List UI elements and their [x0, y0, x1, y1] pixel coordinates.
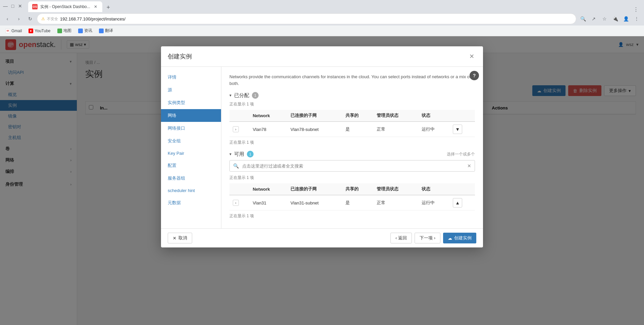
dialog-nav-config[interactable]: 配置: [161, 159, 221, 172]
dialog-nav-network[interactable]: 网络: [161, 109, 221, 122]
allocated-col-shared: 共享的: [342, 110, 373, 122]
dialog-nav-details[interactable]: 详情: [161, 71, 221, 84]
tab-close-button[interactable]: ✕: [93, 4, 98, 9]
news-label: 资讯: [84, 28, 92, 34]
nav-config-label: 配置: [168, 163, 176, 168]
bookmark-news[interactable]: 资讯: [75, 27, 95, 35]
back-label: ‹ 返回: [395, 235, 407, 241]
allocated-col-admin-state: 管理员状态: [373, 110, 418, 122]
dialog-nav-metadata[interactable]: 元数据: [161, 196, 221, 209]
dialog-nav-source[interactable]: 源: [161, 84, 221, 96]
search-clear-button[interactable]: ✕: [464, 163, 475, 169]
dialog-nav-flavor[interactable]: 实例类型: [161, 96, 221, 109]
vlan31-up-button[interactable]: ▲: [453, 198, 462, 207]
allocated-title: 已分配: [234, 92, 249, 99]
vlan78-expand-button[interactable]: ›: [233, 126, 239, 132]
allocated-row-vlan78: › Vlan78 Vlan78-subnet 是 正常 运行中 ▼: [229, 122, 475, 137]
allocated-network-table: Network 已连接的子网 共享的 管理员状态 状态 › V: [229, 110, 475, 137]
bookmark-button[interactable]: ☆: [600, 14, 609, 24]
nav-flavor-label: 实例类型: [168, 100, 185, 105]
vlan31-admin-state: 正常: [373, 195, 418, 211]
bookmark-gmail[interactable]: M Gmail: [3, 27, 24, 35]
vlan31-expand-button[interactable]: ›: [233, 200, 239, 206]
youtube-label: YouTube: [35, 29, 50, 33]
next-button[interactable]: 下一项 ›: [415, 233, 440, 243]
allocated-count: 1: [252, 92, 259, 99]
vlan78-admin-state: 正常: [373, 122, 418, 137]
extension-button[interactable]: 🔌: [610, 14, 620, 24]
description-text: Networks provide the communication chann…: [229, 74, 475, 87]
create-label: 创建实例: [454, 235, 472, 241]
tab-favicon: OS: [32, 4, 38, 9]
bookmark-youtube[interactable]: ▶ YouTube: [26, 27, 53, 35]
create-button[interactable]: ☁ 创建实例: [443, 233, 476, 243]
allocated-toggle-icon[interactable]: ▾: [229, 93, 231, 98]
back-button[interactable]: ‹ 返回: [390, 233, 412, 243]
browser-settings-button[interactable]: ⋮: [633, 7, 639, 12]
create-instance-dialog: 创建实例 ✕ 详情 源 实例类型 网络: [161, 46, 483, 247]
nav-network-ports-label: 网络接口: [168, 126, 185, 131]
vlan78-shared: 是: [342, 122, 373, 137]
available-row-vlan31: › Vlan31 Vlan31-subnet 是 正常 运行中 ▲: [229, 195, 475, 211]
dialog-main-content: ? Networks provide the communication cha…: [221, 67, 483, 228]
available-toggle-icon[interactable]: ▾: [229, 152, 231, 156]
dialog-footer: ✕ 取消 ‹ 返回 下一项 › ☁ 创建实例: [161, 228, 483, 247]
dialog-nav-network-ports[interactable]: 网络接口: [161, 122, 221, 135]
dialog-nav-scheduler[interactable]: scheduler hint: [161, 185, 221, 196]
news-favicon: [78, 29, 83, 33]
help-button[interactable]: ?: [470, 71, 479, 80]
available-showing-text-bottom: 正在显示 1 项: [229, 213, 475, 219]
address-bar[interactable]: ⚠ 不安全 192.168.77.100/project/instances/: [37, 13, 576, 24]
vlan78-subnet: Vlan78-subnet: [287, 122, 342, 137]
dialog-close-button[interactable]: ✕: [467, 52, 476, 61]
available-search-input[interactable]: [242, 164, 464, 169]
url-text: 192.168.77.100/project/instances/: [60, 16, 572, 21]
vlan31-status: 运行中: [418, 195, 449, 211]
available-showing-text: 正在显示 1 项: [229, 175, 475, 181]
allocated-col-expand: [229, 110, 249, 122]
tab-title: 实例 - OpenStack Dashbo...: [40, 4, 90, 10]
allocated-showing-text-bottom: 正在显示 1 项: [229, 140, 475, 145]
dialog-overlay: 创建实例 ✕ 详情 源 实例类型 网络: [0, 36, 644, 325]
allocated-col-status: 状态: [418, 110, 449, 122]
gmail-label: Gmail: [11, 29, 22, 33]
footer-right-buttons: ‹ 返回 下一项 › ☁ 创建实例: [390, 233, 476, 243]
bookmark-maps[interactable]: 地图: [55, 27, 74, 35]
available-col-subnet: 已连接的子网: [287, 183, 342, 195]
dialog-nav-servergroup[interactable]: 服务器组: [161, 172, 221, 185]
new-tab-button[interactable]: +: [104, 3, 113, 12]
vlan31-shared: 是: [342, 195, 373, 211]
profile-button[interactable]: 👤: [621, 14, 631, 24]
back-button[interactable]: ‹: [3, 14, 12, 24]
vlan78-down-button[interactable]: ▼: [453, 125, 462, 134]
down-arrow-icon: ▼: [455, 127, 460, 132]
menu-button[interactable]: ⋮: [632, 14, 641, 24]
dialog-nav-security[interactable]: 安全组: [161, 135, 221, 147]
youtube-favicon: ▶: [29, 29, 33, 33]
available-col-status: 状态: [418, 183, 449, 195]
search-button[interactable]: 🔍: [578, 14, 588, 24]
allocated-col-subnet: 已连接的子网: [287, 110, 342, 122]
reload-button[interactable]: ↻: [25, 14, 35, 24]
cancel-button[interactable]: ✕ 取消: [168, 233, 192, 243]
gmail-favicon: M: [5, 29, 10, 33]
up-arrow-icon: ▲: [455, 200, 460, 205]
close-button[interactable]: ✕: [17, 3, 23, 9]
select-hint: 选择一个或多个: [447, 151, 475, 157]
translate-label: 翻译: [105, 28, 113, 34]
available-network-table: Network 已连接的子网 共享的 管理员状态 状态 › V: [229, 183, 475, 211]
browser-tab[interactable]: OS 实例 - OpenStack Dashbo... ✕: [28, 1, 102, 12]
vlan78-status: 运行中: [418, 122, 449, 137]
share-button[interactable]: ↗: [589, 14, 598, 24]
maps-label: 地图: [63, 28, 71, 34]
maximize-button[interactable]: □: [10, 3, 15, 9]
dialog-nav-keypair[interactable]: Key Pair: [161, 147, 221, 159]
bookmark-translate[interactable]: 翻译: [96, 27, 116, 35]
available-section-header: ▾ 可用 1 选择一个或多个: [229, 151, 475, 157]
allocated-col-action: [449, 110, 475, 122]
bookmarks-bar: M Gmail ▶ YouTube 地图 资讯 翻译: [0, 26, 644, 36]
forward-button[interactable]: ›: [14, 14, 23, 24]
available-count: 1: [247, 151, 254, 157]
minimize-button[interactable]: —: [3, 3, 8, 9]
main-page: openstack. ▦ wsz ▾ 👤 wsz ▾ 项目 ▾ 访问API 计算: [0, 36, 644, 325]
